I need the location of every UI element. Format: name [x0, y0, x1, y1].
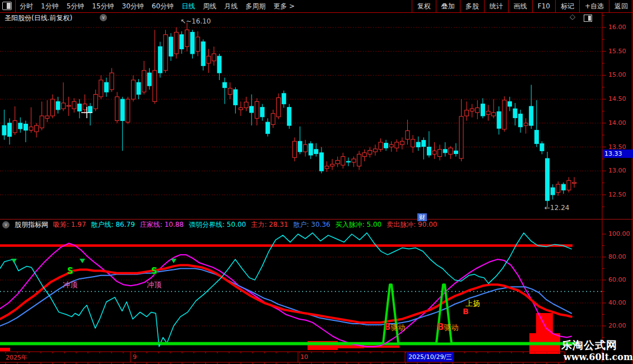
price-axis-label: 16.00 — [608, 24, 633, 31]
s-signal-label: S — [67, 266, 73, 276]
chart-canvas[interactable] — [0, 0, 633, 364]
indicator-axis-label: 20.00 — [608, 322, 633, 329]
last-price-badge: 13.33 — [603, 150, 633, 158]
qudong-text: 驱动 — [390, 323, 405, 332]
b-qudong-label: B驱动 — [437, 321, 458, 333]
price-axis-label: 14.00 — [608, 119, 633, 127]
b-signal-label: B — [463, 307, 469, 316]
month-label: 10 — [300, 353, 308, 361]
indicator-field-6: 买入脉冲: 5.00 — [336, 220, 382, 230]
indicator-field-1: 散户线: 86.79 — [91, 220, 135, 230]
indicator-field-3: 强弱分界线: 50.00 — [189, 220, 246, 230]
price-axis-label: 13.00 — [608, 167, 633, 174]
indicator-axis-label: 40.00 — [608, 299, 633, 306]
b-signal: B — [384, 322, 390, 332]
indicator-axis-label: 100.00 — [608, 230, 633, 237]
low-price-annotation: ←12.24 — [544, 204, 569, 212]
chart-svg[interactable] — [0, 0, 633, 364]
price-axis-label: 15.00 — [608, 71, 633, 78]
b-qudong-label: B驱动 — [384, 321, 405, 333]
month-label: 9 — [133, 353, 137, 361]
price-axis-label: 15.50 — [608, 48, 633, 55]
high-price-annotation: ↖~16.10 — [180, 17, 211, 25]
indicator-source[interactable]: 股朋指标网 — [15, 220, 48, 230]
current-date-badge: 2025/10/29/三 — [407, 352, 454, 362]
qudong-text: 驱动 — [444, 323, 458, 332]
price-axis-label: 12.50 — [608, 191, 633, 198]
indicator-field-0: 吸筹: 1.97 — [53, 220, 86, 230]
indicator-field-7: 卖出脉冲: 90.00 — [387, 220, 437, 230]
axis-year-label: 2025年 — [6, 353, 27, 362]
indicator-axis-label: 80.00 — [608, 253, 633, 260]
watermark-site-name: 乐淘公式网 — [561, 338, 617, 353]
s-signal-label: S — [151, 266, 157, 276]
chongding-label: 冲顶 — [63, 280, 77, 290]
collapse-indicator-icon[interactable]: ∨ — [2, 221, 10, 228]
indicator-header: ∨ 股朋指标网 吸筹: 1.97散户线: 86.79庄家线: 10.88强弱分界… — [2, 220, 437, 230]
indicator-field-2: 庄家线: 10.88 — [140, 220, 184, 230]
indicator-axis-label: 60.00 — [608, 276, 633, 283]
app-window: 分时1分钟5分钟15分钟30分钟60分钟日线周线月线多周期更多 > 复权叠加多股… — [0, 0, 633, 364]
indicator-field-5: 散户: 30.36 — [293, 220, 330, 230]
watermark-site-url: www.60lt.com — [564, 352, 633, 362]
chongding-label: 冲顶 — [147, 280, 161, 290]
b-signal: B — [437, 322, 444, 332]
price-axis-label: 14.50 — [608, 95, 633, 102]
indicator-field-4: 主力: 28.31 — [251, 220, 288, 230]
indicator-values: 吸筹: 1.97散户线: 86.79庄家线: 10.88强弱分界线: 50.00… — [53, 220, 437, 230]
